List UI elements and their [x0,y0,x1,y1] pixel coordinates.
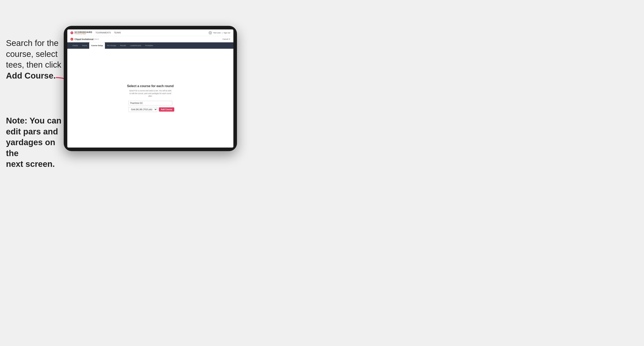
tab-printables[interactable]: Printables [143,42,155,49]
annotation-line2: course, select [6,49,58,59]
tab-tee-groups[interactable]: Tee Groups [105,42,118,49]
logo-text-block: SCOREBOARD Powered by clippd [74,31,92,34]
logo-icon: S [70,31,73,34]
tab-details[interactable]: Details [70,42,80,49]
cancel-button[interactable]: Cancel ✕ [222,38,230,40]
course-select-desc: Search for a course and select a tee. Yo… [128,89,172,98]
sign-out-link[interactable]: Sign out [224,32,230,34]
top-nav-right: T Test User | Sign out [208,31,230,35]
note-line3: yardages on the [6,138,55,158]
tournament-header: C Clippd Invitational (Men) Cancel ✕ [67,36,234,42]
tab-leaderboards[interactable]: Leaderboards [128,42,143,49]
tournament-badge: (Men) [94,38,99,40]
user-name: Test User [213,32,221,34]
tee-select[interactable]: Gold (M) (M) (7010 yds) [128,107,157,112]
tablet-screen: S SCOREBOARD Powered by clippd TOURNAMEN… [67,29,234,148]
top-nav: S SCOREBOARD Powered by clippd TOURNAMEN… [67,29,234,36]
course-select-title: Select a course for each round [127,84,174,88]
annotation-line1: Search for the [6,38,58,48]
tab-bar: Details Teams Course Setup Tee Groups Re… [67,42,234,49]
search-input-wrap [128,101,172,105]
annotation-text: Search for the course, select tees, then… [6,38,62,81]
user-avatar: T [208,31,212,35]
annotation-line3: tees, then click [6,60,61,69]
note-line1: Note: You can [6,116,61,125]
tablet-frame: S SCOREBOARD Powered by clippd TOURNAMEN… [64,26,237,151]
tournament-title: Clippd Invitational [74,38,94,40]
logo-area: S SCOREBOARD Powered by clippd [70,31,92,34]
tab-course-setup[interactable]: Course Setup [89,42,105,49]
nav-links: TOURNAMENTS TEAMS [96,32,121,34]
course-search-input[interactable] [128,101,172,105]
nav-teams[interactable]: TEAMS [114,32,121,34]
tournament-icon: C [70,38,73,40]
tee-select-row: Gold (M) (M) (7010 yds) Add Course [128,107,172,112]
tab-teams[interactable]: Teams [80,42,90,49]
annotation-note: Note: You can edit pars and yardages on … [6,115,64,170]
note-line4: next screen. [6,159,55,169]
add-course-button[interactable]: Add Course [159,107,174,112]
annotation-line4: Add Course. [6,71,56,80]
note-line2: edit pars and [6,127,58,136]
nav-tournaments[interactable]: TOURNAMENTS [96,32,111,34]
tab-results[interactable]: Results [118,42,128,49]
main-content: Select a course for each round Search fo… [67,49,234,148]
